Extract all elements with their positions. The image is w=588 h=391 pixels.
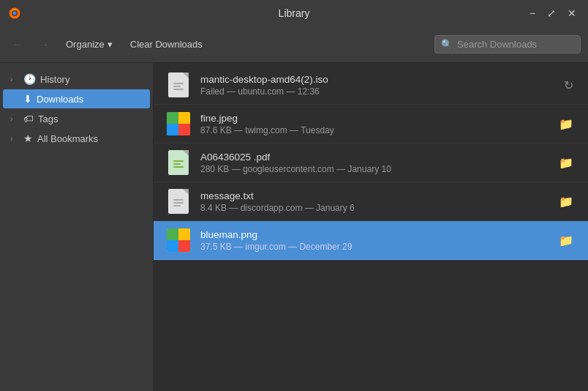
chevron-right-icon: › (10, 134, 19, 143)
file-meta: 8.4 KB — discordapp.com — January 6 (200, 203, 547, 213)
sidebar-item-history[interactable]: › 🕐 History (3, 70, 150, 89)
main-content: › 🕐 History ⬇ Downloads › 🏷 Tags › ★ All… (0, 63, 588, 391)
close-button[interactable]: ✕ (563, 7, 581, 20)
folder-icon[interactable]: 📁 (556, 114, 576, 134)
chevron-down-icon: ▾ (108, 39, 113, 50)
file-name: message.txt (200, 190, 547, 201)
image-icon (167, 112, 190, 135)
doc-line (173, 202, 184, 204)
file-item[interactable]: A06436025 .pdf 280 KB — googleuserconten… (154, 144, 588, 182)
svg-rect-10 (178, 228, 190, 240)
file-info: fine.jpeg 87.6 KB — twimg.com — Tuesday (200, 113, 547, 135)
doc-lines (173, 83, 184, 90)
file-icon (165, 72, 192, 98)
svg-rect-11 (167, 240, 178, 252)
sidebar: › 🕐 History ⬇ Downloads › 🏷 Tags › ★ All… (0, 63, 154, 391)
svg-rect-7 (178, 124, 190, 135)
toolbar: ← → Organize ▾ Clear Downloads 🔍 (0, 26, 588, 63)
svg-rect-6 (167, 124, 178, 135)
title-bar: Library − ⤢ ✕ (0, 0, 588, 26)
forward-button[interactable]: → (34, 35, 54, 54)
file-meta: 280 KB — googleusercontent.com — January… (200, 164, 547, 174)
doc-line (173, 160, 184, 162)
sidebar-item-label: History (40, 74, 69, 85)
pdf-icon (168, 150, 189, 175)
file-item[interactable]: fine.jpeg 87.6 KB — twimg.com — Tuesday … (154, 105, 588, 144)
doc-line (173, 199, 184, 201)
file-icon (165, 188, 192, 215)
minimize-button[interactable]: − (525, 7, 540, 20)
chevron-right-icon: › (10, 75, 19, 83)
doc-lines (173, 199, 184, 206)
organize-label: Organize (66, 39, 105, 50)
file-info: message.txt 8.4 KB — discordapp.com — Ja… (200, 190, 547, 213)
window-title: Library (279, 7, 310, 19)
search-box: 🔍 (434, 35, 581, 53)
maximize-button[interactable]: ⤢ (543, 7, 560, 20)
svg-rect-9 (167, 228, 178, 240)
file-info: mantic-desktop-amd64(2).iso Failed — ubu… (200, 74, 552, 97)
svg-rect-5 (178, 112, 190, 124)
title-bar-left (7, 6, 22, 21)
doc-line (173, 205, 181, 206)
sidebar-item-downloads[interactable]: ⬇ Downloads (3, 89, 150, 108)
image-icon (167, 228, 190, 252)
sidebar-item-all-bookmarks[interactable]: › ★ All Bookmarks (3, 129, 150, 148)
doc-line (173, 86, 181, 87)
doc-line (173, 89, 184, 90)
file-name: mantic-desktop-amd64(2).iso (200, 74, 552, 85)
sidebar-item-label: Downloads (37, 94, 83, 105)
file-item[interactable]: mantic-desktop-amd64(2).iso Failed — ubu… (154, 66, 588, 105)
svg-point-2 (13, 12, 17, 15)
sidebar-item-tags[interactable]: › 🏷 Tags (3, 109, 150, 128)
chevron-right-icon: › (10, 114, 19, 123)
search-icon: 🔍 (441, 39, 453, 50)
document-icon (168, 72, 189, 97)
doc-lines (173, 160, 184, 168)
file-meta: 87.6 KB — twimg.com — Tuesday (200, 125, 547, 135)
file-name: A06436025 .pdf (200, 152, 547, 163)
file-list: mantic-desktop-amd64(2).iso Failed — ubu… (154, 63, 588, 391)
file-icon (165, 227, 192, 253)
text-icon (168, 189, 189, 214)
firefox-icon (7, 6, 22, 21)
folder-icon[interactable]: 📁 (556, 231, 576, 250)
svg-rect-12 (178, 240, 190, 252)
doc-line (173, 83, 184, 84)
svg-rect-4 (167, 112, 178, 124)
file-name: fine.jpeg (200, 113, 547, 124)
sidebar-item-label: All Bookmarks (37, 133, 98, 144)
file-item[interactable]: message.txt 8.4 KB — discordapp.com — Ja… (154, 182, 588, 221)
file-name: blueman.png (200, 229, 547, 240)
tags-icon: 🏷 (23, 113, 34, 124)
folder-icon[interactable]: 📁 (556, 153, 576, 173)
file-meta: Failed — ubuntu.com — 12:36 (200, 86, 552, 97)
organize-button[interactable]: Organize ▾ (60, 36, 118, 53)
back-button[interactable]: ← (7, 35, 28, 54)
history-icon: 🕐 (23, 73, 36, 85)
refresh-icon[interactable]: ↻ (561, 75, 576, 95)
clear-downloads-button[interactable]: Clear Downloads (124, 36, 208, 53)
file-item[interactable]: blueman.png 37.5 KB — imgur.com — Decemb… (154, 221, 588, 260)
folder-icon[interactable]: 📁 (556, 192, 576, 212)
file-icon (165, 111, 192, 137)
doc-line (173, 163, 181, 165)
sidebar-item-label: Tags (38, 113, 58, 124)
doc-line (173, 166, 184, 168)
bookmarks-icon: ★ (23, 133, 33, 144)
window-controls: − ⤢ ✕ (525, 7, 581, 20)
search-input[interactable] (457, 39, 574, 50)
file-meta: 37.5 KB — imgur.com — December 29 (200, 242, 547, 252)
file-info: blueman.png 37.5 KB — imgur.com — Decemb… (200, 229, 547, 252)
file-info: A06436025 .pdf 280 KB — googleuserconten… (200, 152, 547, 174)
downloads-icon: ⬇ (23, 93, 32, 105)
file-icon (165, 149, 192, 176)
